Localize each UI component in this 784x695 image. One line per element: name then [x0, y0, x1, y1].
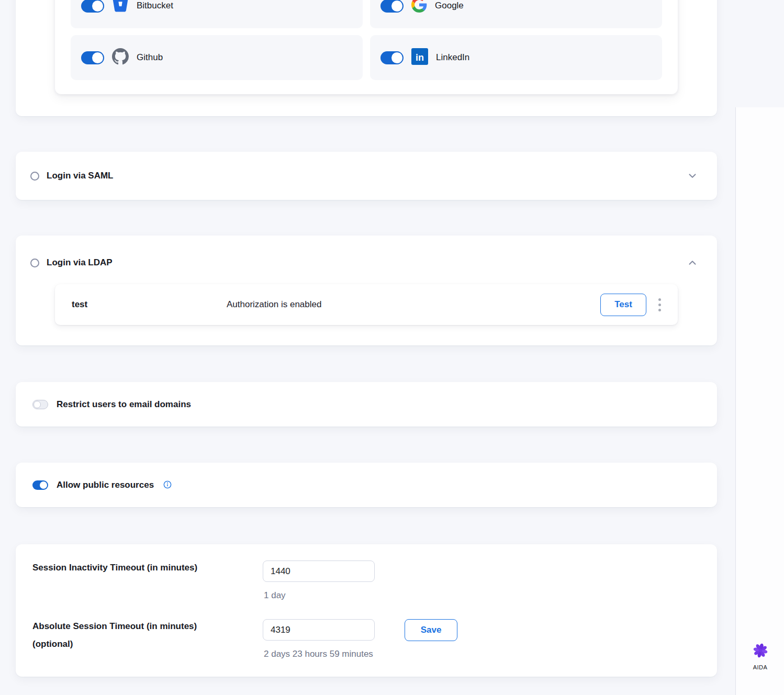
- provider-label: Google: [435, 1, 464, 11]
- github-icon: [112, 48, 129, 67]
- save-button[interactable]: Save: [405, 619, 457, 641]
- ldap-section-header[interactable]: Login via LDAP: [16, 236, 717, 290]
- provider-label: LinkedIn: [436, 52, 469, 63]
- public-resources-title: Allow public resources: [57, 480, 154, 490]
- ldap-connection-row: test Authorization is enabled Test: [55, 284, 678, 325]
- public-resources-toggle[interactable]: [32, 480, 48, 490]
- inactivity-timeout-input[interactable]: [263, 561, 375, 582]
- absolute-timeout-helper: 2 days 23 hours 59 minutes: [264, 649, 373, 659]
- saml-section-title: Login via SAML: [47, 171, 114, 181]
- github-toggle[interactable]: [81, 51, 104, 64]
- ldap-connection-name: test: [72, 299, 227, 310]
- bitbucket-icon: [112, 0, 129, 15]
- saml-section-header[interactable]: Login via SAML: [16, 152, 717, 200]
- restrict-domains-card: Restrict users to email domains: [16, 382, 717, 427]
- linkedin-icon: in: [411, 48, 428, 67]
- assistant-side-panel: AIDA: [735, 107, 784, 695]
- saml-section-card: Login via SAML: [16, 152, 717, 200]
- linkedin-toggle[interactable]: [380, 51, 404, 64]
- kebab-menu-icon[interactable]: [656, 296, 663, 313]
- oauth-providers-list: Bitbucket Google: [55, 0, 678, 94]
- aida-assistant-button[interactable]: AIDA: [736, 642, 784, 670]
- google-icon: [411, 0, 427, 15]
- public-resources-card: Allow public resources: [16, 463, 717, 507]
- provider-row-linkedin: in LinkedIn: [370, 35, 662, 80]
- google-toggle[interactable]: [380, 0, 404, 13]
- svg-text:in: in: [416, 52, 424, 63]
- absolute-timeout-input[interactable]: [263, 619, 375, 641]
- provider-row-google: Google: [370, 0, 662, 28]
- bitbucket-toggle[interactable]: [81, 0, 104, 13]
- session-timeout-card: Session Inactivity Timeout (in minutes) …: [16, 544, 717, 677]
- ldap-connection-status: Authorization is enabled: [227, 299, 321, 310]
- saml-radio[interactable]: [30, 172, 39, 181]
- aida-flower-icon: [752, 642, 769, 661]
- info-icon[interactable]: [163, 480, 172, 489]
- provider-row-github: Github: [71, 35, 363, 80]
- inactivity-timeout-label: Session Inactivity Timeout (in minutes): [32, 559, 197, 577]
- ldap-radio[interactable]: [30, 259, 39, 267]
- restrict-domains-title: Restrict users to email domains: [57, 399, 191, 410]
- ldap-section-card: Login via LDAP test Authorization is ena…: [16, 236, 717, 345]
- ldap-test-button[interactable]: Test: [600, 294, 646, 316]
- provider-label: Bitbucket: [137, 1, 173, 11]
- provider-row-bitbucket: Bitbucket: [71, 0, 363, 28]
- chevron-down-icon[interactable]: [687, 170, 698, 182]
- absolute-timeout-label: Absolute Session Timeout (in minutes) (o…: [32, 618, 242, 653]
- restrict-domains-toggle[interactable]: [32, 400, 48, 409]
- chevron-up-icon[interactable]: [687, 257, 698, 268]
- inactivity-timeout-helper: 1 day: [264, 590, 286, 601]
- ldap-section-title: Login via LDAP: [47, 257, 113, 268]
- provider-label: Github: [137, 52, 163, 63]
- auth-settings-page: Bitbucket Google: [0, 0, 784, 695]
- oauth-providers-card: Bitbucket Google: [16, 0, 717, 116]
- aida-label: AIDA: [753, 664, 768, 670]
